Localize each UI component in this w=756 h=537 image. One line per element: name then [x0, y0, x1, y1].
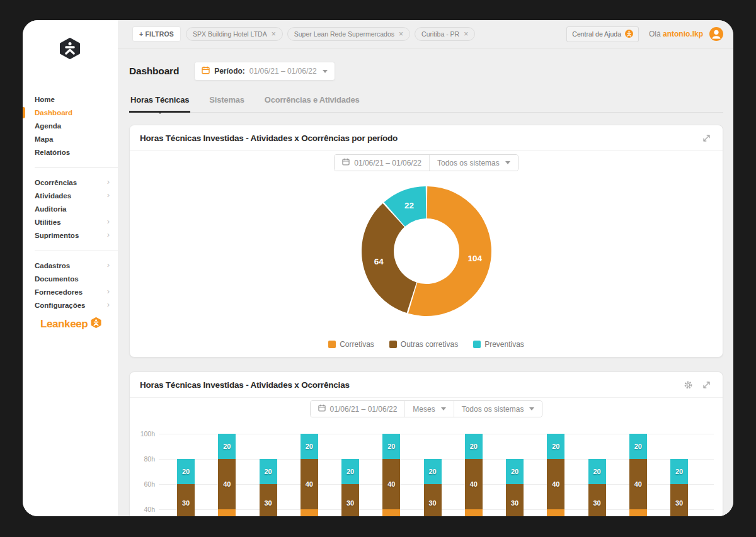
sidebar-item-label: Auditoria [35, 205, 66, 213]
bar-value-label: 20 [341, 468, 359, 475]
date-range-button[interactable]: 01/06/21 – 01/06/22 [311, 401, 405, 417]
bar-segment-corretivas: 40 [547, 509, 564, 516]
sidebar-item-auditoria[interactable]: Auditoria [23, 203, 118, 216]
avatar-icon[interactable] [709, 27, 723, 41]
stacked-bar: 404020 [465, 422, 483, 516]
tab-ocorrencias-e-atividades[interactable]: Ocorrências e Atividades [263, 93, 361, 112]
legend-item-corretivas[interactable]: Corretivas [328, 340, 374, 349]
tab-sistemas[interactable]: Sistemas [208, 93, 246, 112]
systems-dropdown[interactable]: Todos os sistemas [429, 155, 518, 171]
sidebar-item-label: Configurações [35, 302, 86, 309]
filter-chip-spx-building-hotel-ltda[interactable]: SPX Building Hotel LTDA× [186, 27, 283, 41]
legend-item-preventivas[interactable]: Preventivas [473, 340, 524, 349]
sidebar-item-home[interactable]: Home [23, 93, 118, 106]
bar-segment-corretivas: 40 [465, 509, 483, 516]
sidebar-item-documentos[interactable]: Documentos [23, 273, 118, 286]
legend-item-outras-corretivas[interactable]: Outras corretivas [389, 340, 458, 349]
sidebar-item-agenda[interactable]: Agenda [23, 120, 118, 133]
chart-legend: CorretivasOutras corretivasPreventivas [130, 340, 723, 349]
bar-segment-preventivas: 20 [382, 434, 400, 459]
expand-icon[interactable] [702, 380, 711, 390]
bar-value-label: 20 [382, 443, 400, 450]
gear-icon[interactable] [684, 380, 693, 390]
stacked-bar: 303020 [670, 422, 688, 516]
sidebar-item-atividades[interactable]: Atividades› [23, 189, 118, 203]
close-icon[interactable]: × [464, 31, 468, 37]
bar-segment-outras-corretivas: 30 [588, 484, 606, 516]
tab-bar: Horas TécnicasSistemasOcorrências e Ativ… [129, 93, 723, 113]
card-title: Horas Técnicas Investidas - Atividades x… [140, 380, 684, 390]
sidebar-item-label: Relatórios [35, 149, 70, 156]
chevron-right-icon: › [107, 178, 110, 186]
filter-chip-curitiba-pr[interactable]: Curitiba - PR× [415, 27, 475, 41]
legend-swatch [389, 341, 397, 348]
close-icon[interactable]: × [272, 31, 276, 37]
bar-segment-outras-corretivas: 40 [218, 459, 236, 509]
chevron-down-icon [529, 407, 534, 413]
brand-wordmark: Leankeep [40, 318, 88, 331]
close-icon[interactable]: × [399, 31, 403, 37]
card-header: Horas Técnicas Investidas - Atividades x… [130, 372, 723, 398]
bar-value-label: 30 [341, 499, 359, 507]
filter-chip-super-lean-rede-supermercados[interactable]: Super Lean Rede Supermercados× [287, 27, 410, 41]
chevron-down-icon [505, 161, 510, 167]
bar-segment-preventivas: 20 [465, 434, 483, 459]
main-content: Dashboard Período: 01/06/21 – 01/06/22 H… [118, 49, 733, 516]
y-axis-tick-label: 80h [130, 455, 155, 463]
systems-value: Todos os sistemas [462, 405, 524, 414]
bar-value-label: 40 [629, 480, 647, 488]
help-center-button[interactable]: Central de Ajuda [566, 26, 639, 42]
donut-value-label: 22 [404, 201, 413, 210]
filter-chip-label: SPX Building Hotel LTDA [193, 30, 267, 38]
legend-swatch [473, 341, 481, 348]
bar-segment-outras-corretivas: 30 [506, 484, 524, 516]
systems-dropdown[interactable]: Todos os sistemas [454, 401, 542, 417]
sidebar-item-cadastros[interactable]: Cadastros› [23, 259, 118, 273]
card-header: Horas Técnicas Investidas - Atividades x… [130, 125, 723, 151]
sidebar-item-fornecedores[interactable]: Fornecedores› [23, 286, 118, 299]
active-tab-pointer [158, 111, 163, 116]
period-value: 01/06/21 – 01/06/22 [249, 67, 317, 76]
filter-chip-label: Super Lean Rede Supermercados [294, 30, 394, 38]
sidebar-item-mapa[interactable]: Mapa [23, 133, 118, 146]
group-by-dropdown[interactable]: Meses [404, 401, 453, 417]
bar-segment-preventivas: 20 [301, 434, 318, 459]
chevron-right-icon: › [107, 300, 110, 308]
bar-segment-outras-corretivas: 30 [670, 484, 688, 516]
card-title: Horas Técnicas Investidas - Atividades x… [140, 133, 702, 143]
filter-chips: SPX Building Hotel LTDA×Super Lean Rede … [186, 27, 475, 41]
bar-segment-outras-corretivas: 40 [382, 459, 400, 509]
sidebar-item-utilities[interactable]: Utilities› [23, 216, 118, 229]
chart-filters: 01/06/21 – 01/06/22 Meses Todos os siste… [130, 400, 723, 417]
tab-label: Ocorrências e Atividades [265, 95, 360, 105]
leankeep-badge-icon [91, 317, 101, 331]
sidebar-item-configuracoes[interactable]: Configurações› [23, 299, 118, 312]
period-label: Período: [214, 67, 245, 76]
expand-icon[interactable] [702, 133, 711, 143]
username: antonio.lkp [663, 30, 703, 38]
bar-value-label: 20 [465, 443, 483, 450]
bar-segment-preventivas: 20 [177, 459, 195, 484]
stacked-bar: 404020 [382, 422, 400, 516]
bar-segment-outras-corretivas: 40 [629, 459, 647, 509]
bar-segment-outras-corretivas: 30 [341, 484, 359, 516]
sidebar-item-suprimentos[interactable]: Suprimentos› [23, 229, 118, 242]
stacked-bar: 404020 [218, 422, 236, 516]
sidebar-item-label: Ocorrências [35, 179, 77, 186]
user-greeting: Olá antonio.lkp [649, 30, 703, 38]
page-title: Dashboard [129, 65, 179, 77]
sidebar-item-ocorrencias[interactable]: Ocorrências› [23, 176, 118, 189]
bar-value-label: 30 [177, 499, 195, 507]
period-selector[interactable]: Período: 01/06/21 – 01/06/22 [194, 62, 335, 81]
sidebar-item-relatorios[interactable]: Relatórios [23, 146, 118, 159]
filters-button[interactable]: + FILTROS [132, 26, 181, 42]
sidebar-section: HomeDashboardAgendaMapaRelatórios [23, 89, 118, 163]
tab-horas-tecnicas[interactable]: Horas Técnicas [129, 93, 190, 112]
bar-value-label: 30 [506, 499, 524, 507]
date-range-button[interactable]: 01/06/21 – 01/06/22 [335, 155, 429, 171]
bar-segment-preventivas: 20 [547, 434, 564, 459]
bar-value-label: 20 [506, 468, 524, 475]
bar-segment-corretivas: 40 [218, 509, 236, 516]
sidebar-item-dashboard[interactable]: Dashboard [23, 106, 118, 120]
sidebar: HomeDashboardAgendaMapaRelatóriosOcorrên… [23, 20, 118, 516]
